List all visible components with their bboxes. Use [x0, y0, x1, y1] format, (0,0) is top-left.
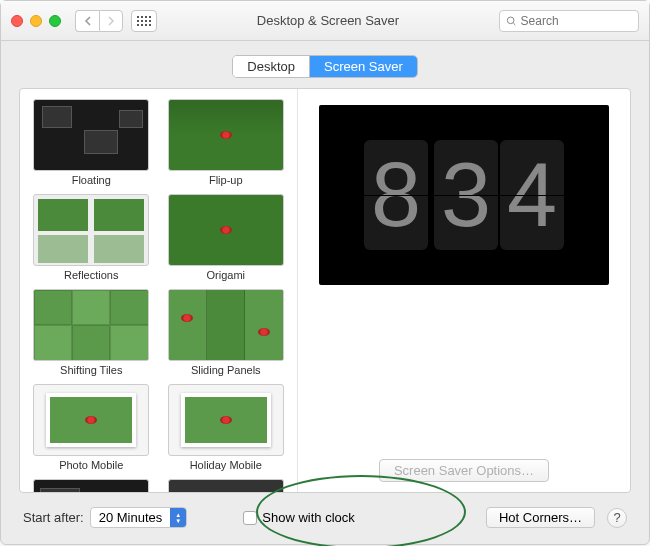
thumb-sliding-panels: [168, 289, 284, 361]
show-with-clock-checkbox[interactable]: [243, 511, 257, 525]
svg-point-0: [507, 17, 514, 24]
clock-hour: 8: [364, 140, 428, 250]
saver-sliding-panels[interactable]: Sliding Panels: [165, 289, 288, 376]
saver-label: Photo Mobile: [59, 459, 123, 471]
saver-holiday-mobile[interactable]: Holiday Mobile: [165, 384, 288, 471]
start-after-label: Start after:: [23, 510, 84, 525]
thumb-floating: [33, 99, 149, 171]
search-input[interactable]: [521, 14, 632, 28]
tab-screensaver[interactable]: Screen Saver: [310, 56, 417, 77]
chevron-right-icon: [107, 16, 115, 26]
thumb-partial-1: [33, 479, 149, 492]
show-all-button[interactable]: [131, 10, 157, 32]
forward-button[interactable]: [99, 10, 123, 32]
chevron-left-icon: [84, 16, 92, 26]
back-button[interactable]: [75, 10, 99, 32]
saver-reflections[interactable]: Reflections: [30, 194, 153, 281]
window-controls: [11, 15, 61, 27]
start-after-select[interactable]: 20 Minutes ▲▼: [90, 507, 188, 528]
minimize-button[interactable]: [30, 15, 42, 27]
thumb-flip-up: [168, 99, 284, 171]
saver-label: Origami: [206, 269, 245, 281]
saver-label: Floating: [72, 174, 111, 186]
clock-min-ones: 4: [500, 140, 564, 250]
saver-label: Sliding Panels: [191, 364, 261, 376]
saver-label: Reflections: [64, 269, 118, 281]
thumb-photo-mobile: [33, 384, 149, 456]
preview-panel: 8 3 4 Screen Saver Options…: [298, 89, 630, 492]
thumb-holiday-mobile: [168, 384, 284, 456]
saver-shifting-tiles[interactable]: Shifting Tiles: [30, 289, 153, 376]
show-with-clock-label: Show with clock: [262, 510, 354, 525]
zoom-button[interactable]: [49, 15, 61, 27]
nav-buttons: [75, 10, 123, 32]
show-with-clock-option[interactable]: Show with clock: [243, 510, 354, 525]
thumb-reflections: [33, 194, 149, 266]
clock-min-tens: 3: [434, 140, 498, 250]
saver-label: Shifting Tiles: [60, 364, 122, 376]
saver-flip-up[interactable]: Flip-up: [165, 99, 288, 186]
saver-photo-mobile[interactable]: Photo Mobile: [30, 384, 153, 471]
search-field[interactable]: [499, 10, 639, 32]
thumb-shifting-tiles: [33, 289, 149, 361]
start-after-value: 20 Minutes: [91, 510, 171, 525]
saver-label: Holiday Mobile: [190, 459, 262, 471]
svg-line-1: [513, 22, 515, 24]
saver-partial-1[interactable]: [30, 479, 153, 492]
close-button[interactable]: [11, 15, 23, 27]
tab-group: Desktop Screen Saver: [1, 41, 649, 88]
thumb-partial-2: [168, 479, 284, 492]
saver-floating[interactable]: Floating: [30, 99, 153, 186]
help-button[interactable]: ?: [607, 508, 627, 528]
window-title: Desktop & Screen Saver: [165, 13, 491, 28]
bottom-bar: Start after: 20 Minutes ▲▼ Show with clo…: [1, 503, 649, 544]
tab-desktop[interactable]: Desktop: [233, 56, 310, 77]
screensaver-options-button[interactable]: Screen Saver Options…: [379, 459, 549, 482]
hot-corners-button[interactable]: Hot Corners…: [486, 507, 595, 528]
saver-partial-2[interactable]: [165, 479, 288, 492]
screensaver-preview[interactable]: 8 3 4: [319, 105, 609, 285]
search-icon: [506, 15, 517, 27]
preferences-window: Desktop & Screen Saver Desktop Screen Sa…: [0, 0, 650, 545]
titlebar: Desktop & Screen Saver: [1, 1, 649, 41]
saver-origami[interactable]: Origami: [165, 194, 288, 281]
thumb-origami: [168, 194, 284, 266]
screensaver-list[interactable]: Floating Flip-up Reflections Origami: [20, 89, 298, 492]
saver-label: Flip-up: [209, 174, 243, 186]
stepper-arrows-icon: ▲▼: [170, 508, 186, 527]
content-panel: Floating Flip-up Reflections Origami: [19, 88, 631, 493]
